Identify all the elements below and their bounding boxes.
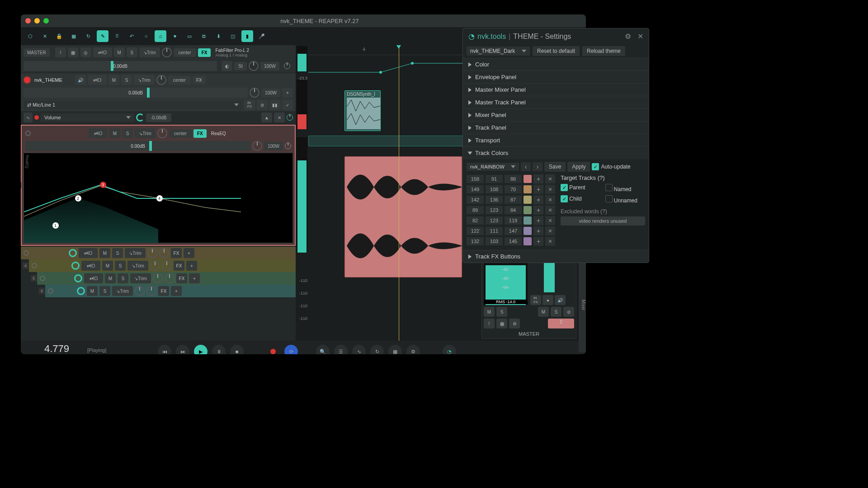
- remove-color-button[interactable]: ×: [545, 237, 555, 246]
- io-button[interactable]: ⇄ IO: [88, 75, 107, 85]
- check-icon[interactable]: ✓: [282, 100, 293, 110]
- power-icon[interactable]: [285, 143, 291, 149]
- excluded-words-input[interactable]: video renders unused: [561, 216, 645, 225]
- undo-icon[interactable]: ↶: [126, 30, 137, 42]
- add-color-button[interactable]: +: [533, 206, 543, 215]
- master-label[interactable]: MASTER: [24, 48, 50, 57]
- heart-icon[interactable]: ♥: [169, 30, 181, 42]
- mute-button[interactable]: M: [109, 128, 120, 138]
- color-swatch[interactable]: [524, 227, 532, 235]
- section-track-fx-buttons[interactable]: Track FX Buttons: [463, 250, 649, 263]
- color-swatch[interactable]: [524, 185, 532, 193]
- color-g[interactable]: 108: [486, 185, 503, 193]
- gear-icon[interactable]: ⚙: [625, 32, 631, 41]
- io-button[interactable]: ⇄ IO: [79, 248, 98, 258]
- section-track-colors[interactable]: Track Colors: [463, 146, 649, 159]
- color-g[interactable]: 91: [486, 175, 503, 183]
- add-color-button[interactable]: +: [533, 226, 543, 235]
- pan-knob[interactable]: [153, 273, 163, 283]
- trim-button[interactable]: ↘Trim: [112, 286, 133, 296]
- record-icon[interactable]: ○: [140, 30, 152, 42]
- grid-icon[interactable]: ▦: [496, 319, 507, 328]
- meter-icon[interactable]: ▮▮: [269, 100, 280, 110]
- mute-button[interactable]: M: [102, 261, 113, 271]
- next-button[interactable]: ⏭: [176, 345, 189, 354]
- speaker-icon[interactable]: 🔊: [75, 75, 86, 85]
- volume-knob[interactable]: [71, 262, 80, 270]
- add-color-button[interactable]: +: [533, 237, 543, 246]
- prev-preset-button[interactable]: ‹: [521, 162, 531, 171]
- download-icon[interactable]: ⬇: [212, 30, 224, 42]
- close-icon[interactable]: [25, 18, 31, 23]
- color-b[interactable]: 70: [505, 185, 522, 193]
- io-button[interactable]: ⇄ IO: [81, 261, 100, 271]
- pan-knob[interactable]: [135, 286, 145, 296]
- mute-button[interactable]: M: [538, 307, 549, 317]
- color-swatch[interactable]: [524, 237, 532, 245]
- refresh-icon[interactable]: ↻: [82, 30, 94, 42]
- power-icon[interactable]: [284, 63, 290, 69]
- remove-color-button[interactable]: ×: [545, 226, 555, 235]
- color-r[interactable]: 149: [467, 185, 484, 193]
- color-b[interactable]: 88: [505, 175, 522, 183]
- color-swatch[interactable]: [524, 196, 532, 204]
- sync-icon[interactable]: ↻: [370, 345, 384, 354]
- settings-icon[interactable]: ⚙: [406, 345, 420, 354]
- stop-button[interactable]: ■: [230, 345, 244, 354]
- color-r[interactable]: 89: [467, 206, 484, 214]
- width-knob[interactable]: [159, 248, 169, 258]
- mute-button[interactable]: M: [114, 47, 125, 57]
- solo-button[interactable]: S: [115, 261, 126, 271]
- solo-button[interactable]: S: [118, 273, 128, 283]
- prev-button[interactable]: ⏮: [158, 345, 171, 354]
- section-transport[interactable]: Transport: [463, 134, 649, 146]
- color-swatch[interactable]: [524, 216, 532, 225]
- input-fx-button[interactable]: IN FX: [530, 295, 541, 305]
- color-r[interactable]: 142: [467, 196, 484, 204]
- eq-graph[interactable]: ReaEQ 1 2 3 4: [24, 153, 293, 243]
- target-icon[interactable]: ◎: [80, 47, 91, 57]
- solo-button[interactable]: S: [121, 75, 132, 85]
- grid-settings-icon[interactable]: ▦: [388, 345, 402, 354]
- record-arm-button[interactable]: [32, 263, 37, 268]
- record-mode-icon[interactable]: ●: [542, 295, 553, 305]
- add-fx-button[interactable]: +: [189, 273, 200, 283]
- io-button[interactable]: ⇄ IO: [89, 128, 108, 138]
- color-b[interactable]: 87: [505, 196, 522, 204]
- add-fx-button[interactable]: +: [184, 248, 194, 258]
- section-color[interactable]: Color: [463, 58, 649, 70]
- fx-slot-1[interactable]: ReaEQ: [208, 131, 291, 136]
- volume-knob[interactable]: [74, 274, 82, 282]
- pause-button[interactable]: ⏸: [212, 345, 226, 354]
- camera-icon[interactable]: ◫: [227, 30, 239, 42]
- color-g[interactable]: 103: [486, 237, 503, 245]
- envelope-selector[interactable]: Volume: [41, 113, 134, 122]
- color-swatch[interactable]: [524, 206, 532, 214]
- lock-icon[interactable]: 🔒: [53, 30, 65, 42]
- playhead[interactable]: [399, 45, 399, 341]
- envelope-bypass-icon[interactable]: [287, 114, 293, 121]
- solo-button[interactable]: S: [127, 47, 137, 57]
- color-r[interactable]: 132: [467, 237, 484, 245]
- fx-button[interactable]: FX: [171, 248, 182, 258]
- pan-knob[interactable]: [147, 248, 157, 258]
- envelope-up-icon[interactable]: ▲: [261, 113, 272, 122]
- color-g[interactable]: 136: [486, 196, 503, 204]
- mute-button[interactable]: M: [99, 248, 110, 258]
- theme-preset-selector[interactable]: nvk_THEME_Dark: [467, 47, 530, 56]
- envelope-arm-icon[interactable]: [34, 115, 39, 120]
- add-color-button[interactable]: +: [533, 185, 543, 194]
- record-arm-button[interactable]: [24, 250, 29, 256]
- record-arm-button[interactable]: [48, 288, 53, 294]
- crop-icon[interactable]: ⧉: [198, 30, 210, 42]
- named-checkbox[interactable]: [605, 184, 613, 191]
- child-checkbox[interactable]: ✓: [561, 195, 568, 202]
- fx-button[interactable]: FX: [174, 261, 184, 271]
- loop-button[interactable]: ⟳: [284, 345, 298, 354]
- pan-knob[interactable]: [156, 75, 166, 85]
- color-r[interactable]: 122: [467, 227, 484, 235]
- record-button[interactable]: [266, 345, 280, 354]
- mute-button[interactable]: M: [87, 286, 98, 296]
- width-knob[interactable]: [250, 88, 259, 98]
- fx-slot-1[interactable]: FabFilter Pro-L 2: [215, 48, 290, 53]
